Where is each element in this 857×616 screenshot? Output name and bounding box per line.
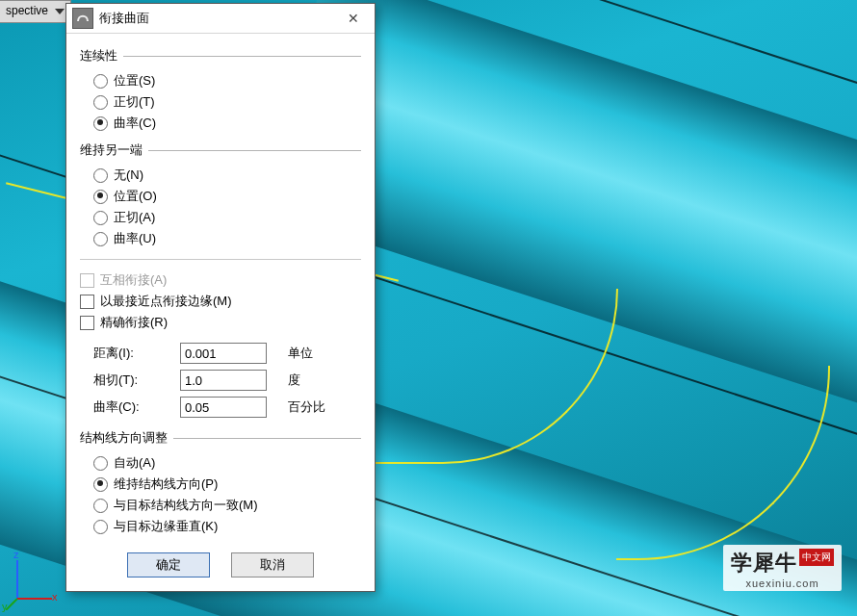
group-legend: 结构线方向调整 [80,429,168,447]
input-tangent[interactable] [180,370,267,391]
radio-continuity-position[interactable]: 位置(S) [93,70,361,91]
input-curvature[interactable] [180,397,267,418]
watermark: 学犀牛中文网 xuexiniu.com [723,545,842,591]
close-icon[interactable]: ✕ [332,4,375,33]
unit-distance: 单位 [288,345,346,362]
check-mutual: 互相衔接(A) [80,270,361,291]
curve-highlight [616,366,830,560]
group-legend: 维持另一端 [80,141,143,159]
check-precise[interactable]: 精确衔接(R) [80,312,361,333]
viewport-tab[interactable]: spective [0,0,71,23]
chevron-down-icon [55,9,65,14]
watermark-url: xuexiniu.com [731,578,834,589]
radio-otherend-position[interactable]: 位置(O) [93,186,361,207]
dialog-title: 衔接曲面 [99,10,332,27]
watermark-text: 学犀牛 [731,551,797,575]
axis-z-label: z [13,549,19,560]
check-closest-edge[interactable]: 以最接近点衔接边缘(M) [80,291,361,312]
radio-otherend-curvature[interactable]: 曲率(U) [93,228,361,249]
radio-continuity-curvature[interactable]: 曲率(C) [93,113,361,134]
radio-iso-perp-target[interactable]: 与目标边缘垂直(K) [93,516,361,537]
label-curvature: 曲率(C): [93,398,161,416]
radio-iso-match-target[interactable]: 与目标结构线方向一致(M) [93,495,361,516]
axis-x-label: x [52,591,58,603]
group-iso-direction: 结构线方向调整 自动(A) 维持结构线方向(P) 与目标结构线方向一致(M) 与… [80,429,361,539]
group-continuity: 连续性 位置(S) 正切(T) 曲率(C) [80,47,361,136]
cancel-button[interactable]: 取消 [231,552,314,578]
input-distance[interactable] [180,343,267,364]
dialog-titlebar[interactable]: 衔接曲面 ✕ [66,4,375,34]
radio-iso-preserve[interactable]: 维持结构线方向(P) [93,474,361,495]
curve-highlight [366,289,618,464]
match-surface-dialog: 衔接曲面 ✕ 连续性 位置(S) 正切(T) 曲率(C) 维持另一端 无(N) … [65,3,376,592]
radio-otherend-none[interactable]: 无(N) [93,165,361,186]
radio-iso-auto[interactable]: 自动(A) [93,452,361,474]
unit-curvature: 百分比 [288,398,346,416]
axis-y-label: y [2,601,8,612]
viewport-tab-label: spective [6,4,48,17]
group-legend: 连续性 [80,47,117,64]
watermark-tag: 中文网 [799,549,834,566]
radio-otherend-tangent[interactable]: 正切(A) [93,207,361,228]
label-distance: 距离(I): [93,345,161,362]
app-icon [72,8,93,29]
radio-continuity-tangent[interactable]: 正切(T) [93,91,361,113]
unit-tangent: 度 [288,372,346,389]
label-tangent: 相切(T): [93,372,161,389]
ok-button[interactable]: 确定 [127,552,210,578]
group-other-end: 维持另一端 无(N) 位置(O) 正切(A) 曲率(U) [80,141,361,251]
axis-gizmo: z x y [6,552,64,610]
